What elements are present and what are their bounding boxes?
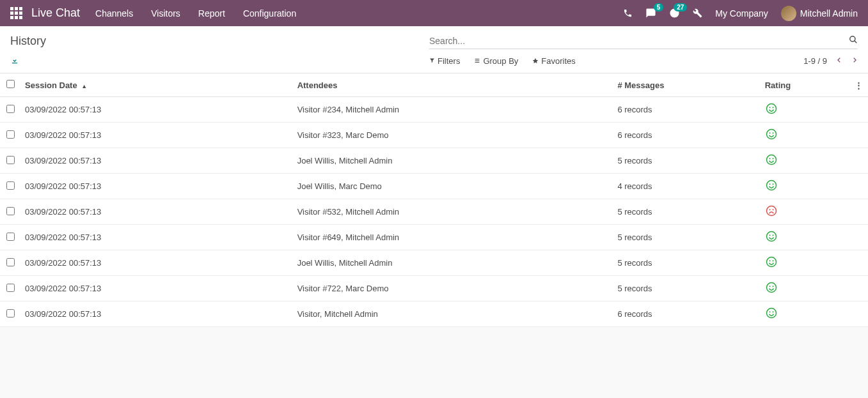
funnel-icon — [429, 57, 435, 65]
cell-attendees: Visitor #323, Marc Demo — [292, 123, 613, 148]
header-rating[interactable]: Rating — [760, 73, 849, 97]
svg-point-12 — [769, 158, 770, 159]
star-icon — [532, 57, 539, 65]
search-icon[interactable] — [849, 35, 858, 46]
svg-line-1 — [855, 41, 857, 43]
menu-configuration[interactable]: Configuration — [243, 8, 296, 19]
cell-attendees: Visitor #234, Mitchell Admin — [292, 97, 613, 123]
cell-rating — [760, 302, 849, 327]
row-checkbox[interactable] — [6, 207, 15, 215]
svg-point-23 — [766, 257, 776, 267]
svg-point-30 — [769, 311, 770, 312]
activity-icon[interactable]: 27 — [669, 8, 680, 19]
pager-next[interactable] — [851, 56, 858, 66]
cell-date: 03/09/2022 00:57:13 — [20, 276, 292, 302]
search-input[interactable] — [429, 36, 849, 46]
svg-point-25 — [772, 260, 773, 261]
header-messages[interactable]: # Messages — [612, 73, 759, 97]
svg-point-28 — [772, 286, 773, 287]
table-row[interactable]: 03/09/2022 00:57:13Joel Willis, Marc Dem… — [0, 174, 868, 199]
avatar — [781, 6, 796, 21]
activity-badge: 27 — [674, 3, 687, 11]
row-checkbox[interactable] — [6, 258, 15, 266]
cell-attendees: Visitor, Mitchell Admin — [292, 302, 613, 327]
header-session-date[interactable]: Session Date ▲ — [20, 73, 292, 97]
rating-happy-icon — [765, 256, 778, 268]
cell-messages: 6 records — [612, 97, 759, 123]
user-name: Mitchell Admin — [800, 8, 858, 19]
debug-icon[interactable] — [693, 8, 702, 18]
svg-point-11 — [766, 155, 776, 165]
svg-point-14 — [766, 181, 776, 190]
header-attendees[interactable]: Attendees — [292, 73, 613, 97]
table-row[interactable]: 03/09/2022 00:57:13Visitor #722, Marc De… — [0, 276, 868, 302]
cell-messages: 6 records — [612, 123, 759, 148]
svg-point-5 — [766, 104, 776, 114]
row-checkbox[interactable] — [6, 156, 15, 164]
cell-messages: 4 records — [612, 174, 759, 199]
page-title: History — [10, 34, 46, 48]
svg-point-0 — [850, 36, 855, 42]
svg-point-18 — [769, 209, 770, 210]
topbar-right: 5 27 My Company Mitchell Admin — [623, 6, 858, 21]
list-icon — [474, 57, 480, 65]
cell-rating — [760, 148, 849, 174]
row-checkbox[interactable] — [6, 233, 15, 241]
filters-button[interactable]: Filters — [429, 56, 460, 66]
search-input-wrap[interactable] — [429, 33, 858, 49]
svg-point-27 — [769, 286, 770, 287]
table-row[interactable]: 03/09/2022 00:57:13Visitor #532, Mitchel… — [0, 199, 868, 225]
main-menu: Channels Visitors Report Configuration — [95, 8, 296, 19]
svg-point-13 — [772, 158, 773, 159]
export-button[interactable] — [10, 56, 19, 66]
groupby-button[interactable]: Group By — [474, 56, 518, 66]
cell-date: 03/09/2022 00:57:13 — [20, 123, 292, 148]
chat-badge: 5 — [654, 3, 664, 11]
svg-point-9 — [769, 132, 770, 134]
row-checkbox[interactable] — [6, 181, 15, 190]
chat-icon[interactable]: 5 — [645, 8, 656, 19]
table-row[interactable]: 03/09/2022 00:57:13Joel Willis, Mitchell… — [0, 148, 868, 174]
apps-icon[interactable] — [10, 7, 22, 19]
rating-happy-icon — [765, 281, 778, 294]
cell-rating — [760, 123, 849, 148]
cell-date: 03/09/2022 00:57:13 — [20, 225, 292, 250]
cell-rating — [760, 225, 849, 250]
table-row[interactable]: 03/09/2022 00:57:13Visitor #323, Marc De… — [0, 123, 868, 148]
sort-asc-icon: ▲ — [81, 83, 87, 89]
menu-report[interactable]: Report — [198, 8, 225, 19]
company-selector[interactable]: My Company — [715, 8, 768, 19]
cell-attendees: Joel Willis, Mitchell Admin — [292, 250, 613, 276]
row-checkbox[interactable] — [6, 309, 15, 318]
app-name[interactable]: Live Chat — [31, 6, 80, 20]
table-row[interactable]: 03/09/2022 00:57:13Visitor, Mitchell Adm… — [0, 302, 868, 327]
favorites-button[interactable]: Favorites — [532, 56, 575, 66]
table-row[interactable]: 03/09/2022 00:57:13Joel Willis, Mitchell… — [0, 250, 868, 276]
row-checkbox[interactable] — [6, 284, 15, 292]
svg-point-6 — [769, 107, 770, 108]
row-checkbox[interactable] — [6, 105, 15, 113]
svg-point-24 — [769, 260, 770, 261]
select-all-checkbox[interactable] — [6, 80, 15, 88]
control-panel: History Filters Group By — [0, 26, 868, 73]
menu-visitors[interactable]: Visitors — [151, 8, 180, 19]
svg-point-29 — [766, 309, 776, 318]
cell-messages: 5 records — [612, 225, 759, 250]
svg-point-20 — [766, 232, 776, 241]
cell-date: 03/09/2022 00:57:13 — [20, 199, 292, 225]
optional-columns-button[interactable]: ⋮ — [849, 73, 868, 97]
svg-point-31 — [772, 311, 773, 312]
menu-channels[interactable]: Channels — [95, 8, 133, 19]
pager: 1-9 / 9 — [803, 56, 858, 66]
rating-happy-icon — [765, 102, 778, 115]
table-row[interactable]: 03/09/2022 00:57:13Visitor #234, Mitchel… — [0, 97, 868, 123]
svg-point-26 — [766, 283, 776, 293]
phone-icon[interactable] — [623, 8, 633, 18]
table-row[interactable]: 03/09/2022 00:57:13Visitor #649, Mitchel… — [0, 225, 868, 250]
pager-prev[interactable] — [836, 56, 842, 66]
user-menu[interactable]: Mitchell Admin — [781, 6, 858, 21]
svg-point-21 — [769, 234, 770, 236]
pager-text[interactable]: 1-9 / 9 — [803, 56, 827, 66]
cell-date: 03/09/2022 00:57:13 — [20, 174, 292, 199]
row-checkbox[interactable] — [6, 130, 15, 139]
